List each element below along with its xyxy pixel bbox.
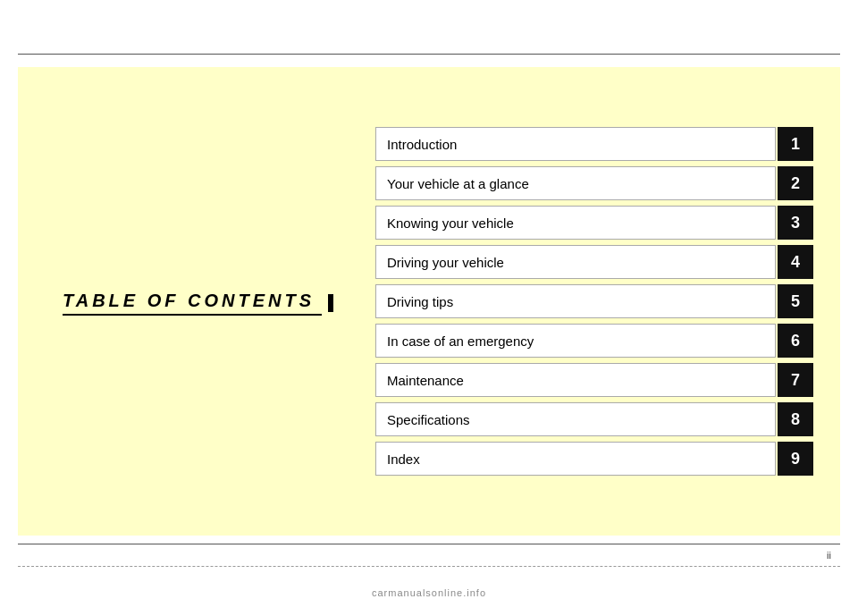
toc-title-container: TABLE OF CONTENTS [63,291,333,312]
toc-number-2: 2 [778,166,813,200]
main-content-area: TABLE OF CONTENTS Introduction1Your vehi… [18,67,840,536]
bottom-divider [18,544,840,544]
toc-row[interactable]: Maintenance7 [375,363,813,397]
toc-number-1: 1 [778,127,813,161]
toc-label-1: Introduction [375,127,776,161]
watermark: carmanualsonline.info [372,587,486,598]
toc-row[interactable]: Specifications8 [375,402,813,436]
toc-list: Introduction1Your vehicle at a glance2Kn… [375,127,822,476]
page-number: ii [827,550,831,561]
toc-label-7: Maintenance [375,363,776,397]
toc-row[interactable]: Driving your vehicle4 [375,245,813,279]
toc-number-5: 5 [778,284,813,318]
toc-number-8: 8 [778,402,813,436]
toc-number-6: 6 [778,324,813,358]
toc-row[interactable]: Your vehicle at a glance2 [375,166,813,200]
toc-number-4: 4 [778,245,813,279]
dashed-divider [18,566,840,567]
toc-label-6: In case of an emergency [375,324,776,358]
toc-cursor [328,294,333,312]
toc-row[interactable]: In case of an emergency6 [375,324,813,358]
toc-number-3: 3 [778,206,813,240]
toc-row[interactable]: Knowing your vehicle3 [375,206,813,240]
toc-title: TABLE OF CONTENTS [63,291,322,316]
toc-row[interactable]: Index9 [375,442,813,476]
toc-label-4: Driving your vehicle [375,245,776,279]
toc-row[interactable]: Introduction1 [375,127,813,161]
left-panel: TABLE OF CONTENTS [36,291,375,312]
toc-number-7: 7 [778,363,813,397]
toc-label-5: Driving tips [375,284,776,318]
toc-label-3: Knowing your vehicle [375,206,776,240]
top-divider [18,54,840,55]
toc-label-9: Index [375,442,776,476]
toc-label-8: Specifications [375,402,776,436]
toc-row[interactable]: Driving tips5 [375,284,813,318]
toc-number-9: 9 [778,442,813,476]
toc-label-2: Your vehicle at a glance [375,166,776,200]
